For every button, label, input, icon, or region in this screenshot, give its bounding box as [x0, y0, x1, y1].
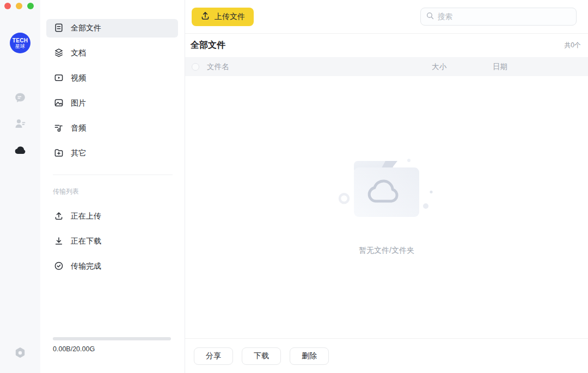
layers-icon — [54, 48, 64, 59]
cloud-icon[interactable] — [14, 144, 26, 156]
sidebar-item-audio[interactable]: 音频 — [46, 119, 178, 138]
avatar[interactable]: TECH 星球 — [10, 33, 30, 53]
sidebar-item-transfer-complete[interactable]: 传输完成 — [46, 257, 178, 276]
logo-text-bottom: 星球 — [15, 43, 25, 49]
download-icon — [54, 236, 64, 247]
main-panel: 上传文件 全部文件 共0个 文件名 大小 日期 — [185, 0, 588, 373]
sidebar-item-downloading[interactable]: 正在下载 — [46, 232, 178, 251]
contacts-icon[interactable] — [14, 117, 26, 129]
transfer-section-label: 传输列表 — [53, 187, 185, 196]
sidebar-item-images[interactable]: 图片 — [46, 94, 178, 113]
empty-state-text: 暂无文件/文件夹 — [359, 246, 414, 256]
file-count-label: 共0个 — [564, 41, 581, 50]
chat-bubble-icon[interactable] — [14, 92, 26, 104]
empty-state: 暂无文件/文件夹 — [185, 72, 588, 334]
column-header-name: 文件名 — [207, 62, 432, 72]
sidebar-item-label: 图片 — [71, 98, 86, 108]
sidebar-item-all-files[interactable]: 全部文件 — [46, 19, 178, 38]
toolbar: 上传文件 — [185, 0, 588, 34]
transfer-nav: 正在上传 正在下载 传输完成 — [40, 196, 185, 276]
file-category-nav: 全部文件 文档 视 — [40, 0, 185, 163]
sidebar-item-label: 视频 — [71, 73, 86, 83]
maximize-window-button[interactable] — [27, 3, 34, 9]
empty-folder-illustration — [332, 150, 441, 233]
content-header: 全部文件 共0个 — [185, 34, 588, 57]
upload-icon — [54, 211, 64, 222]
share-button[interactable]: 分享 — [194, 347, 233, 365]
file-icon — [54, 23, 64, 34]
column-header-date: 日期 — [493, 62, 588, 72]
window-controls — [4, 3, 34, 9]
minimize-window-button[interactable] — [16, 3, 22, 9]
app-rail: TECH 星球 — [0, 0, 40, 373]
sidebar-item-others[interactable]: 其它 — [46, 144, 178, 163]
sidebar-item-label: 其它 — [71, 148, 86, 158]
storage-progress-bar — [53, 337, 171, 340]
image-icon — [54, 98, 64, 109]
search-icon — [426, 12, 434, 22]
search-box[interactable] — [420, 8, 577, 26]
sidebar-item-label: 正在下载 — [71, 237, 101, 246]
sidebar-item-label: 传输完成 — [71, 262, 101, 271]
logo-text-top: TECH — [13, 38, 28, 43]
folder-plus-icon — [54, 148, 64, 159]
sidebar-item-documents[interactable]: 文档 — [46, 44, 178, 63]
sidebar-item-videos[interactable]: 视频 — [46, 69, 178, 88]
action-bar: 分享 下载 删除 — [185, 338, 588, 373]
app-window: TECH 星球 — [0, 0, 588, 373]
select-all-checkbox[interactable] — [192, 63, 199, 71]
sidebar-item-label: 正在上传 — [71, 212, 101, 221]
search-input[interactable] — [438, 13, 571, 21]
column-header-size: 大小 — [432, 62, 493, 72]
gear-icon[interactable] — [14, 347, 26, 359]
delete-button[interactable]: 删除 — [290, 347, 329, 365]
sidebar-item-label: 文档 — [71, 48, 86, 58]
close-window-button[interactable] — [4, 3, 11, 9]
sidebar-item-uploading[interactable]: 正在上传 — [46, 207, 178, 226]
page-title: 全部文件 — [191, 40, 225, 51]
sidebar-item-label: 音频 — [71, 123, 86, 133]
video-icon — [54, 73, 64, 84]
upload-button-label: 上传文件 — [215, 12, 245, 22]
upload-icon — [200, 11, 210, 22]
storage-usage-text: 0.00B/20.00G — [53, 345, 95, 353]
upload-file-button[interactable]: 上传文件 — [192, 8, 254, 26]
check-circle-icon — [54, 261, 64, 272]
sidebar-divider — [53, 175, 173, 175]
download-button[interactable]: 下载 — [242, 347, 281, 365]
sidebar: 全部文件 文档 视 — [40, 0, 185, 373]
audio-icon — [54, 123, 64, 134]
sidebar-item-label: 全部文件 — [71, 23, 101, 33]
